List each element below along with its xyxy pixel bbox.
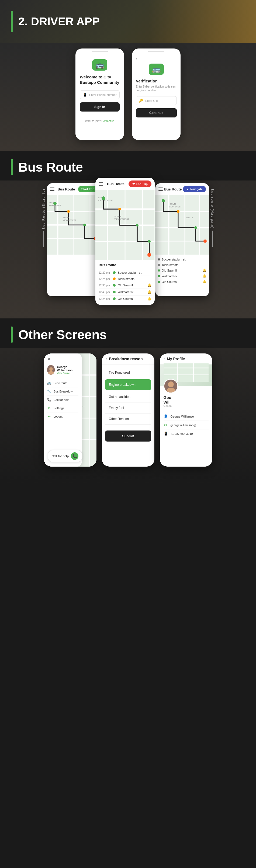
svg-point-27	[118, 208, 121, 210]
call-help-icon: 📞	[71, 452, 78, 460]
hamburger-icon[interactable]	[50, 187, 55, 191]
menu-overlay: SMOKE ESTE BRITI ✕	[44, 353, 96, 467]
svg-point-42	[177, 210, 180, 213]
option-got-accident[interactable]: Got an accident	[105, 392, 151, 402]
table-row: 12:24 pm Old Church 🔔	[99, 296, 152, 302]
svg-point-28	[136, 224, 138, 226]
profile-info-email: ✉ georgewilliamson@...	[164, 421, 209, 429]
breakdown-title: Breakdown reason	[109, 357, 142, 361]
map-area-right: SUMM VIEW FOREST WESTE	[155, 195, 209, 255]
back-arrow[interactable]: ‹	[136, 56, 177, 61]
route-time: 12:24 pm	[99, 277, 111, 280]
back-icon[interactable]: ‹	[106, 357, 107, 361]
list-item: Old Church 🔔	[158, 279, 206, 284]
option-empty-fuel[interactable]: Empty fuel	[105, 402, 151, 413]
profile-back-icon[interactable]: ‹	[164, 357, 165, 361]
list-item: Old Sawmill 🔔	[158, 268, 206, 273]
svg-text:SUMM: SUMM	[170, 203, 176, 205]
svg-point-58	[48, 371, 54, 375]
svg-point-26	[102, 196, 105, 200]
route-dot	[158, 270, 160, 272]
route-stop: Old Church	[162, 280, 201, 283]
menu-user: George Williamson View Profile	[47, 365, 78, 375]
end-trip-button[interactable]: ❤ End Trip	[129, 181, 152, 187]
close-icon[interactable]: ✕	[47, 357, 78, 362]
menu-view-profile[interactable]: View Profile	[57, 372, 78, 374]
menu-item-call-help[interactable]: 📞 Call for help	[47, 396, 78, 404]
login-phone: 🚌 Welcome to City Bustapp Community 📱 En…	[75, 49, 124, 140]
other-screens-row: SMOKE ESTE BRITI ✕	[0, 348, 256, 483]
navigate-phone: Bus Route ▲ Navigate SUMM VIEW FOREST	[155, 183, 209, 296]
option-tire-punctured[interactable]: Tire Punctured	[105, 367, 151, 378]
continue-button[interactable]: Continue	[136, 108, 177, 118]
submit-button[interactable]: Submit	[105, 431, 151, 441]
map-svg-right: SUMM VIEW FOREST WESTE	[155, 195, 209, 255]
menu-item-settings[interactable]: ⚙ Settings	[47, 404, 78, 412]
login-section: 🚌 Welcome to City Bustapp Community 📱 En…	[0, 43, 256, 151]
route-stop-name: Walmart NY	[118, 290, 145, 293]
settings-icon: ⚙	[47, 406, 52, 410]
hero-title: 2. DRIVER APP	[18, 15, 100, 28]
menu-item-label: Call for help	[54, 398, 69, 401]
svg-text:WESTE: WESTE	[186, 217, 193, 218]
login-title: Welcome to City Bustapp Community	[80, 74, 120, 85]
option-other-reason[interactable]: Other Reason	[105, 413, 151, 425]
svg-point-29	[148, 240, 151, 243]
option-label: Got an accident	[109, 395, 131, 399]
table-row: 12:35 pm Old Sawmill 🔔	[99, 282, 152, 289]
bus-route-icon: 🚌	[47, 381, 52, 385]
other-screens-section: Other Screens SMOKE ESTE	[0, 318, 256, 483]
option-label: Empty fuel	[109, 406, 124, 410]
profile-screen: ‹ My Profile	[160, 353, 212, 440]
route-dot	[113, 284, 116, 287]
svg-point-66	[166, 388, 175, 393]
bus-route-section: Bus Route Bus Route (Start rip) Bus Rout…	[0, 151, 256, 318]
other-section-accent	[11, 327, 13, 343]
verify-subtitle: Enter 5 digit verification code sent on …	[136, 85, 177, 92]
option-label: Engine breakdown	[109, 383, 135, 386]
svg-point-57	[49, 367, 53, 371]
route-dot	[113, 277, 116, 280]
call-help-button[interactable]: Call for help 📞	[48, 450, 83, 462]
side-label-right-text: Bus route (Navigate)	[211, 189, 214, 229]
bell-icon: 🔔	[148, 290, 152, 294]
svg-point-43	[194, 226, 197, 229]
contact-link[interactable]: Contact us	[101, 120, 114, 123]
menu-item-bus-breakdown[interactable]: 🔧 Bus Breakdown	[47, 388, 78, 396]
svg-text:VIEW FOREST: VIEW FOREST	[114, 218, 129, 220]
verify-phone: ‹ 🚌 Verification Enter 5 digit verificat…	[132, 49, 181, 140]
profile-avatar	[164, 379, 178, 393]
otp-placeholder: Enter OTP	[145, 99, 159, 102]
menu-item-label: Bus Breakdown	[54, 390, 74, 393]
route-stop: Walmart NY	[162, 275, 201, 278]
start-trip-button[interactable]: Start Trip	[78, 186, 98, 192]
menu-item-bus-route[interactable]: 🚌 Bus Route	[47, 379, 78, 388]
end-trip-phone: Bus Route ❤ End Trip SUMMIT VIEW FOREST	[95, 178, 155, 305]
map-svg-left: SUMMIT VIEW FORES SUMMIT VIEW FOREST	[47, 195, 101, 255]
signin-button[interactable]: Sign in	[80, 102, 120, 112]
route-stop: Tesla streets	[162, 263, 206, 267]
list-item: Soccer stadium st.	[158, 257, 206, 262]
menu-item-label: Settings	[54, 406, 64, 410]
route-stop-name: Tesla streets	[118, 277, 152, 280]
phone-input-field[interactable]: 📱 Enter Phone number	[80, 90, 120, 99]
route-dot	[113, 271, 116, 274]
profile-cover	[160, 365, 212, 386]
map-area-left: SUMMIT VIEW FORES SUMMIT VIEW FOREST	[47, 195, 101, 255]
bell-icon: 🔔	[203, 274, 206, 278]
option-engine-breakdown[interactable]: Engine breakdown	[105, 379, 151, 390]
hamburger-icon-right[interactable]	[158, 187, 163, 191]
logout-icon: ↩	[47, 414, 52, 418]
section-accent	[11, 159, 13, 175]
hamburger-icon-mid[interactable]	[99, 182, 103, 186]
menu-user-info: George Williamson View Profile	[57, 365, 78, 374]
email-icon: ✉	[164, 423, 168, 427]
phone-placeholder: Enter Phone number	[89, 93, 117, 96]
option-label: Other Reason	[109, 417, 129, 421]
side-label-right: Bus route (Navigate)	[209, 183, 216, 252]
profile-info-text: George Williamson	[170, 415, 196, 418]
menu-item-logout[interactable]: ↩ Logout	[47, 412, 78, 421]
navigate-button[interactable]: ▲ Navigate	[183, 186, 206, 192]
otp-input-field[interactable]: 🔑 Enter OTP	[136, 96, 177, 105]
side-label-left: Bus Route (Start rip)	[40, 183, 47, 252]
